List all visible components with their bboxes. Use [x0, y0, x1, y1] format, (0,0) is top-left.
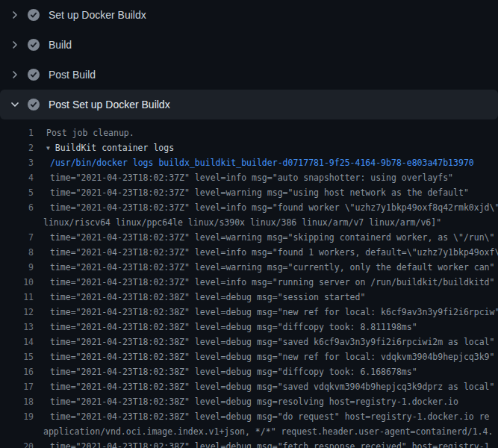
- step-row-post-build[interactable]: Post Build: [0, 60, 498, 90]
- triangle-down-icon: ▼: [46, 141, 50, 156]
- log-line-text: application/vnd.oci.image.index.v1+json,…: [34, 424, 493, 439]
- step-label: Post Build: [49, 69, 96, 81]
- log-line: 9time="2021-04-23T18:02:37Z" level=warni…: [0, 260, 498, 275]
- log-line-number[interactable]: 18: [0, 394, 34, 409]
- step-label: Post Set up Docker Buildx: [49, 99, 170, 111]
- check-circle-icon: [28, 9, 40, 21]
- log-line-number[interactable]: 9: [0, 260, 34, 275]
- log-line-text: time="2021-04-23T18:02:38Z" level=debug …: [34, 439, 490, 448]
- log-line-number: [0, 215, 34, 230]
- log-line: 15time="2021-04-23T18:02:38Z" level=debu…: [0, 349, 498, 364]
- log-line-text: time="2021-04-23T18:02:37Z" level=info m…: [34, 200, 498, 215]
- log-line-text: time="2021-04-23T18:02:38Z" level=debug …: [34, 335, 494, 349]
- actions-log-viewer: Set up Docker BuildxBuildPost BuildPost …: [0, 0, 498, 448]
- log-line-text: linux/riscv64 linux/ppc64le linux/s390x …: [34, 215, 441, 230]
- log-line-number[interactable]: 5: [0, 185, 34, 200]
- log-line: 13time="2021-04-23T18:02:38Z" level=debu…: [0, 320, 498, 335]
- log-line-number[interactable]: 15: [0, 349, 34, 364]
- log-line-text: time="2021-04-23T18:02:38Z" level=debug …: [34, 409, 490, 424]
- log-line: 16time="2021-04-23T18:02:38Z" level=debu…: [0, 364, 498, 379]
- steps-list: Set up Docker BuildxBuildPost BuildPost …: [0, 0, 498, 119]
- log-line-number[interactable]: 17: [0, 379, 34, 394]
- log-line-number[interactable]: 10: [0, 275, 34, 290]
- log-line: 14time="2021-04-23T18:02:38Z" level=debu…: [0, 335, 498, 349]
- log-line: 11time="2021-04-23T18:02:38Z" level=debu…: [0, 290, 498, 305]
- log-line-number[interactable]: 3: [0, 155, 34, 170]
- log-line: 19time="2021-04-23T18:02:38Z" level=debu…: [0, 409, 498, 424]
- log-line-text: time="2021-04-23T18:02:38Z" level=debug …: [34, 349, 494, 364]
- log-line: 6time="2021-04-23T18:02:37Z" level=info …: [0, 200, 498, 215]
- log-line-number: [0, 424, 34, 439]
- log-line: linux/riscv64 linux/ppc64le linux/s390x …: [0, 215, 498, 230]
- log-line-text: time="2021-04-23T18:02:37Z" level=info m…: [34, 245, 498, 260]
- log-output: 1Post job cleanup.2▼BuildKit container l…: [0, 119, 498, 448]
- log-line-text: time="2021-04-23T18:02:37Z" level=warnin…: [34, 185, 469, 200]
- check-circle-icon: [28, 99, 40, 111]
- log-line-number[interactable]: 11: [0, 290, 34, 305]
- step-row-set-up-docker-buildx[interactable]: Set up Docker Buildx: [0, 0, 498, 30]
- log-line-number[interactable]: 2: [0, 140, 34, 155]
- log-line: 5time="2021-04-23T18:02:37Z" level=warni…: [0, 185, 498, 200]
- log-line: 8time="2021-04-23T18:02:37Z" level=info …: [0, 245, 498, 260]
- log-line-text: time="2021-04-23T18:02:38Z" level=debug …: [34, 364, 417, 379]
- log-line: 18time="2021-04-23T18:02:38Z" level=debu…: [0, 394, 498, 409]
- log-line: 20time="2021-04-23T18:02:38Z" level=debu…: [0, 439, 498, 448]
- log-line: 7time="2021-04-23T18:02:37Z" level=warni…: [0, 230, 498, 245]
- log-line-text: time="2021-04-23T18:02:37Z" level=warnin…: [34, 230, 494, 245]
- log-line-text: time="2021-04-23T18:02:37Z" level=warnin…: [34, 260, 494, 275]
- log-line: 1Post job cleanup.: [0, 125, 498, 140]
- log-line-number[interactable]: 6: [0, 200, 34, 215]
- log-line-number[interactable]: 13: [0, 320, 34, 335]
- log-line: 12time="2021-04-23T18:02:38Z" level=debu…: [0, 305, 498, 320]
- log-line: 4time="2021-04-23T18:02:37Z" level=info …: [0, 170, 498, 185]
- log-line: application/vnd.oci.image.index.v1+json,…: [0, 424, 498, 439]
- log-line-number[interactable]: 12: [0, 305, 34, 320]
- log-line-text: time="2021-04-23T18:02:38Z" level=debug …: [34, 305, 498, 320]
- log-line-number[interactable]: 19: [0, 409, 34, 424]
- log-line-number[interactable]: 8: [0, 245, 34, 260]
- log-line-number[interactable]: 16: [0, 364, 34, 379]
- log-line-text: /usr/bin/docker logs buildx_buildkit_bui…: [34, 155, 474, 170]
- log-line-number[interactable]: 4: [0, 170, 34, 185]
- chevron-down-icon: [9, 99, 21, 111]
- chevron-right-icon: [9, 39, 21, 51]
- log-line-text: time="2021-04-23T18:02:37Z" level=info m…: [34, 275, 494, 290]
- log-line-text: Post job cleanup.: [34, 125, 134, 140]
- log-line: 2▼BuildKit container logs: [0, 140, 498, 155]
- step-label: Set up Docker Buildx: [49, 9, 146, 21]
- log-group-toggle[interactable]: ▼BuildKit container logs: [34, 140, 174, 155]
- log-line-text: time="2021-04-23T18:02:38Z" level=debug …: [34, 290, 365, 305]
- chevron-right-icon: [9, 9, 21, 21]
- log-line-text: time="2021-04-23T18:02:38Z" level=debug …: [34, 394, 458, 409]
- chevron-right-icon: [9, 69, 21, 81]
- log-line-number[interactable]: 7: [0, 230, 34, 245]
- check-circle-icon: [28, 39, 40, 51]
- check-circle-icon: [28, 69, 40, 81]
- log-line: 10time="2021-04-23T18:02:37Z" level=info…: [0, 275, 498, 290]
- log-line-number[interactable]: 14: [0, 335, 34, 349]
- step-row-post-set-up-docker-buildx[interactable]: Post Set up Docker Buildx: [0, 90, 498, 119]
- log-line-number[interactable]: 20: [0, 439, 34, 448]
- step-row-build[interactable]: Build: [0, 30, 498, 60]
- log-line: 17time="2021-04-23T18:02:38Z" level=debu…: [0, 379, 498, 394]
- log-line-text: time="2021-04-23T18:02:38Z" level=debug …: [34, 379, 494, 394]
- log-group-title: BuildKit container logs: [55, 143, 174, 153]
- log-line-number[interactable]: 1: [0, 125, 34, 140]
- log-line: 3/usr/bin/docker logs buildx_buildkit_bu…: [0, 155, 498, 170]
- step-label: Build: [49, 39, 72, 51]
- log-line-text: time="2021-04-23T18:02:37Z" level=info m…: [34, 170, 453, 185]
- log-line-text: time="2021-04-23T18:02:38Z" level=debug …: [34, 320, 417, 335]
